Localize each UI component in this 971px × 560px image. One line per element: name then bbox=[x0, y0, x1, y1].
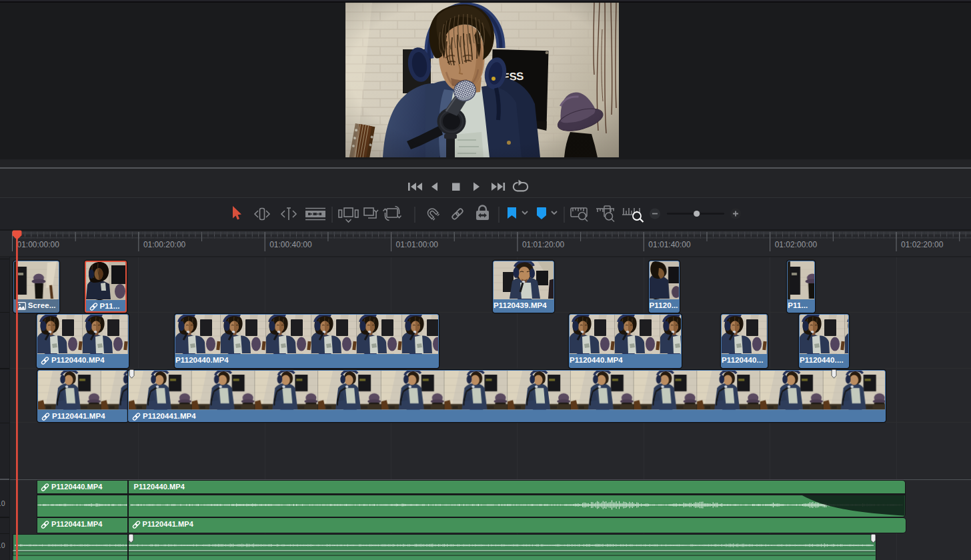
svg-text:01:01:00:00: 01:01:00:00 bbox=[396, 240, 439, 249]
svg-text:01:01:40:00: 01:01:40:00 bbox=[648, 240, 691, 249]
svg-text:01:00:40:00: 01:00:40:00 bbox=[269, 240, 312, 249]
svg-text:01:02:20:00: 01:02:20:00 bbox=[901, 240, 944, 249]
svg-text:01:02:00:00: 01:02:00:00 bbox=[775, 240, 818, 249]
svg-text:01:00:00:00: 01:00:00:00 bbox=[17, 240, 60, 249]
svg-text:01:01:20:00: 01:01:20:00 bbox=[522, 240, 565, 249]
svg-text:01:00:20:00: 01:00:20:00 bbox=[143, 240, 186, 249]
